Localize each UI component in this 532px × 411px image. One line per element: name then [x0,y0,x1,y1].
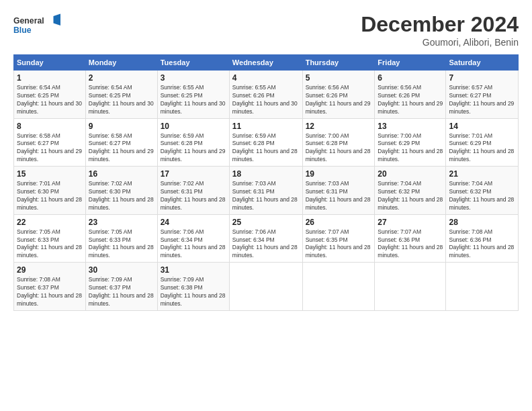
calendar-cell: 15 Sunrise: 7:01 AMSunset: 6:30 PMDaylig… [14,167,86,215]
cell-info: Sunrise: 6:58 AMSunset: 6:27 PMDaylight:… [89,132,154,163]
calendar-cell [302,263,375,311]
cell-info: Sunrise: 7:02 AMSunset: 6:30 PMDaylight:… [89,180,154,211]
calendar-cell: 4 Sunrise: 6:55 AMSunset: 6:26 PMDayligh… [229,71,302,119]
cell-info: Sunrise: 6:55 AMSunset: 6:25 PMDaylight:… [161,84,226,115]
day-number: 24 [161,218,226,227]
day-number: 16 [89,169,154,179]
day-number: 30 [89,265,154,275]
header: General Blue December 2024 Goumori, Alib… [13,12,519,48]
calendar-cell: 19 Sunrise: 7:03 AMSunset: 6:31 PMDaylig… [302,167,375,215]
day-number: 26 [306,218,372,227]
calendar-cell: 29 Sunrise: 7:08 AMSunset: 6:37 PMDaylig… [14,263,86,311]
cell-info: Sunrise: 7:06 AMSunset: 6:34 PMDaylight:… [161,228,226,259]
day-number: 25 [232,218,300,227]
cell-info: Sunrise: 7:08 AMSunset: 6:37 PMDaylight:… [17,276,82,307]
calendar-cell [229,263,302,311]
day-number: 4 [232,73,300,83]
page: General Blue December 2024 Goumori, Alib… [0,0,532,411]
calendar-cell: 13 Sunrise: 7:00 AMSunset: 6:29 PMDaylig… [375,118,446,167]
day-number: 2 [89,73,154,83]
day-number: 7 [449,73,515,83]
day-number: 29 [17,265,83,275]
cell-info: Sunrise: 7:07 AMSunset: 6:36 PMDaylight:… [378,228,443,259]
day-number: 27 [378,218,443,227]
logo: General Blue [13,12,60,38]
day-number: 17 [161,169,226,179]
cell-info: Sunrise: 7:00 AMSunset: 6:29 PMDaylight:… [378,132,443,163]
calendar-cell: 1 Sunrise: 6:54 AMSunset: 6:25 PMDayligh… [14,71,86,119]
calendar-cell: 10 Sunrise: 6:59 AMSunset: 6:28 PMDaylig… [157,118,229,167]
cell-info: Sunrise: 6:55 AMSunset: 6:26 PMDaylight:… [232,84,298,115]
day-number: 19 [306,169,372,179]
day-number: 6 [378,73,443,83]
cell-info: Sunrise: 7:04 AMSunset: 6:32 PMDaylight:… [378,180,443,211]
calendar-cell: 3 Sunrise: 6:55 AMSunset: 6:25 PMDayligh… [157,71,229,119]
cell-info: Sunrise: 7:01 AMSunset: 6:29 PMDaylight:… [449,132,514,163]
svg-marker-2 [54,13,61,26]
calendar-cell: 11 Sunrise: 6:59 AMSunset: 6:28 PMDaylig… [229,118,302,167]
day-number: 15 [17,169,83,179]
cell-info: Sunrise: 7:02 AMSunset: 6:31 PMDaylight:… [161,180,226,211]
cell-info: Sunrise: 6:57 AMSunset: 6:27 PMDaylight:… [449,84,514,115]
day-number: 14 [449,122,515,131]
title-month: December 2024 [361,12,519,37]
calendar-cell: 17 Sunrise: 7:02 AMSunset: 6:31 PMDaylig… [157,167,229,215]
weekday-header-saturday: Saturday [446,55,519,71]
title-location: Goumori, Alibori, Benin [361,37,519,48]
svg-text:Blue: Blue [13,26,32,35]
weekday-header-wednesday: Wednesday [229,55,302,71]
calendar-cell: 6 Sunrise: 6:56 AMSunset: 6:26 PMDayligh… [375,71,446,119]
calendar-cell: 25 Sunrise: 7:06 AMSunset: 6:34 PMDaylig… [229,214,302,263]
cell-info: Sunrise: 6:54 AMSunset: 6:25 PMDaylight:… [17,84,82,115]
cell-info: Sunrise: 7:00 AMSunset: 6:28 PMDaylight:… [306,132,371,163]
calendar-cell: 16 Sunrise: 7:02 AMSunset: 6:30 PMDaylig… [85,167,157,215]
weekday-header-monday: Monday [85,55,157,71]
day-number: 22 [17,218,83,227]
day-number: 11 [232,122,300,131]
calendar-cell: 9 Sunrise: 6:58 AMSunset: 6:27 PMDayligh… [85,118,157,167]
title-block: December 2024 Goumori, Alibori, Benin [361,12,519,48]
cell-info: Sunrise: 7:05 AMSunset: 6:33 PMDaylight:… [89,228,154,259]
calendar-cell: 26 Sunrise: 7:07 AMSunset: 6:35 PMDaylig… [302,214,375,263]
calendar-cell: 27 Sunrise: 7:07 AMSunset: 6:36 PMDaylig… [375,214,446,263]
cell-info: Sunrise: 6:56 AMSunset: 6:26 PMDaylight:… [378,84,443,115]
weekday-header-thursday: Thursday [302,55,375,71]
cell-info: Sunrise: 7:04 AMSunset: 6:32 PMDaylight:… [449,180,514,211]
logo-svg: General Blue [13,12,60,38]
day-number: 20 [378,169,443,179]
calendar-cell: 14 Sunrise: 7:01 AMSunset: 6:29 PMDaylig… [446,118,519,167]
calendar-cell: 18 Sunrise: 7:03 AMSunset: 6:31 PMDaylig… [229,167,302,215]
day-number: 8 [17,122,83,131]
cell-info: Sunrise: 7:09 AMSunset: 6:37 PMDaylight:… [89,276,154,307]
cell-info: Sunrise: 7:05 AMSunset: 6:33 PMDaylight:… [17,228,82,259]
calendar-cell [375,263,446,311]
cell-info: Sunrise: 6:56 AMSunset: 6:26 PMDaylight:… [306,84,371,115]
calendar-cell: 22 Sunrise: 7:05 AMSunset: 6:33 PMDaylig… [14,214,86,263]
cell-info: Sunrise: 6:58 AMSunset: 6:27 PMDaylight:… [17,132,82,163]
calendar-cell: 24 Sunrise: 7:06 AMSunset: 6:34 PMDaylig… [157,214,229,263]
calendar-cell: 12 Sunrise: 7:00 AMSunset: 6:28 PMDaylig… [302,118,375,167]
day-number: 31 [161,265,226,275]
calendar-cell: 28 Sunrise: 7:08 AMSunset: 6:36 PMDaylig… [446,214,519,263]
cell-info: Sunrise: 6:59 AMSunset: 6:28 PMDaylight:… [232,132,298,163]
day-number: 28 [449,218,515,227]
cell-info: Sunrise: 6:59 AMSunset: 6:28 PMDaylight:… [161,132,226,163]
day-number: 9 [89,122,154,131]
calendar-cell: 31 Sunrise: 7:09 AMSunset: 6:38 PMDaylig… [157,263,229,311]
calendar-cell: 2 Sunrise: 6:54 AMSunset: 6:25 PMDayligh… [85,71,157,119]
calendar-cell: 20 Sunrise: 7:04 AMSunset: 6:32 PMDaylig… [375,167,446,215]
calendar-cell: 5 Sunrise: 6:56 AMSunset: 6:26 PMDayligh… [302,71,375,119]
calendar-table: SundayMondayTuesdayWednesdayThursdayFrid… [13,54,519,311]
weekday-header-tuesday: Tuesday [157,55,229,71]
svg-text:General: General [13,16,44,26]
weekday-header-sunday: Sunday [14,55,86,71]
calendar-cell: 8 Sunrise: 6:58 AMSunset: 6:27 PMDayligh… [14,118,86,167]
day-number: 3 [161,73,226,83]
calendar-cell: 30 Sunrise: 7:09 AMSunset: 6:37 PMDaylig… [85,263,157,311]
day-number: 18 [232,169,300,179]
cell-info: Sunrise: 7:01 AMSunset: 6:30 PMDaylight:… [17,180,82,211]
day-number: 23 [89,218,154,227]
cell-info: Sunrise: 7:06 AMSunset: 6:34 PMDaylight:… [232,228,298,259]
cell-info: Sunrise: 7:03 AMSunset: 6:31 PMDaylight:… [306,180,371,211]
day-number: 10 [161,122,226,131]
